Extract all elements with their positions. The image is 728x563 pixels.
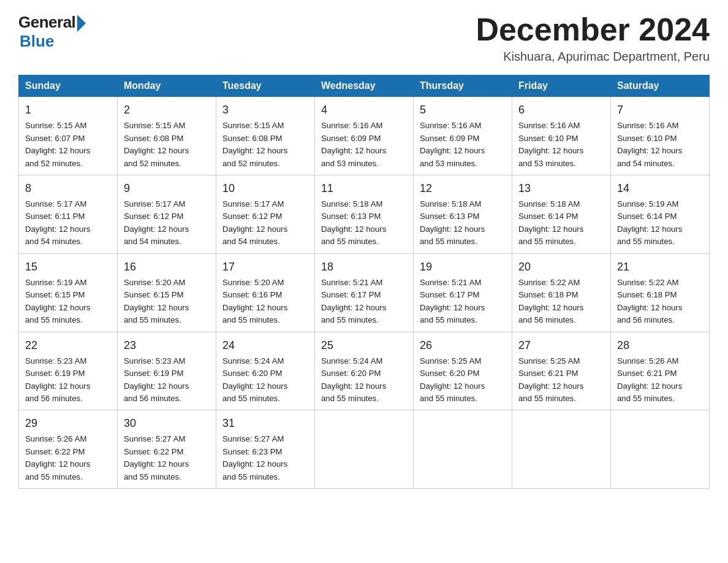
header-tuesday: Tuesday [216,75,315,97]
day-info: Sunrise: 5:15 AM Sunset: 6:08 PM Dayligh… [222,120,308,170]
table-row: 11 Sunrise: 5:18 AM Sunset: 6:13 PM Dayl… [315,175,414,254]
table-row: 3 Sunrise: 5:15 AM Sunset: 6:08 PM Dayli… [216,97,315,175]
header-thursday: Thursday [414,75,512,97]
day-info: Sunrise: 5:17 AM Sunset: 6:11 PM Dayligh… [25,198,111,248]
table-row: 31 Sunrise: 5:27 AM Sunset: 6:23 PM Dayl… [216,410,315,489]
day-number: 3 [222,102,308,118]
day-info: Sunrise: 5:26 AM Sunset: 6:21 PM Dayligh… [617,355,703,405]
day-number: 26 [420,337,506,354]
day-info: Sunrise: 5:22 AM Sunset: 6:18 PM Dayligh… [518,277,604,327]
day-info: Sunrise: 5:23 AM Sunset: 6:19 PM Dayligh… [25,355,111,405]
table-row: 10 Sunrise: 5:17 AM Sunset: 6:12 PM Dayl… [216,175,315,254]
header-wednesday: Wednesday [315,75,414,97]
day-info: Sunrise: 5:16 AM Sunset: 6:10 PM Dayligh… [617,120,703,170]
page-subtitle: Kishuara, Apurimac Department, Peru [476,50,710,64]
day-number: 23 [124,337,210,354]
table-row: 8 Sunrise: 5:17 AM Sunset: 6:11 PM Dayli… [19,175,118,254]
day-number: 7 [617,102,703,118]
header-friday: Friday [512,75,611,97]
table-row: 22 Sunrise: 5:23 AM Sunset: 6:19 PM Dayl… [19,332,118,410]
table-row: 20 Sunrise: 5:22 AM Sunset: 6:18 PM Dayl… [512,253,611,332]
table-row: 15 Sunrise: 5:19 AM Sunset: 6:15 PM Dayl… [19,253,118,332]
day-number: 2 [124,102,210,118]
table-row: 19 Sunrise: 5:21 AM Sunset: 6:17 PM Dayl… [414,253,512,332]
day-number: 19 [420,259,506,275]
day-number: 10 [222,180,308,197]
header-sunday: Sunday [19,75,118,97]
day-number: 22 [25,337,111,354]
day-number: 27 [518,337,604,354]
day-number: 18 [321,259,407,275]
table-row: 21 Sunrise: 5:22 AM Sunset: 6:18 PM Dayl… [611,253,710,332]
table-row: 24 Sunrise: 5:24 AM Sunset: 6:20 PM Dayl… [216,332,315,410]
calendar-week-row: 15 Sunrise: 5:19 AM Sunset: 6:15 PM Dayl… [19,253,710,332]
day-info: Sunrise: 5:22 AM Sunset: 6:18 PM Dayligh… [617,277,703,327]
day-info: Sunrise: 5:16 AM Sunset: 6:09 PM Dayligh… [420,120,506,170]
day-info: Sunrise: 5:20 AM Sunset: 6:16 PM Dayligh… [222,277,308,327]
table-row: 2 Sunrise: 5:15 AM Sunset: 6:08 PM Dayli… [118,97,216,175]
day-number: 24 [222,337,308,354]
day-number: 20 [518,259,604,275]
day-info: Sunrise: 5:18 AM Sunset: 6:13 PM Dayligh… [420,198,506,248]
day-info: Sunrise: 5:15 AM Sunset: 6:08 PM Dayligh… [124,120,210,170]
table-row: 27 Sunrise: 5:25 AM Sunset: 6:21 PM Dayl… [512,332,611,410]
day-info: Sunrise: 5:21 AM Sunset: 6:17 PM Dayligh… [420,277,506,327]
day-number: 14 [617,180,703,197]
table-row: 29 Sunrise: 5:26 AM Sunset: 6:22 PM Dayl… [19,410,118,489]
table-row: 6 Sunrise: 5:16 AM Sunset: 6:10 PM Dayli… [512,97,611,175]
day-number: 21 [617,259,703,275]
table-row: 4 Sunrise: 5:16 AM Sunset: 6:09 PM Dayli… [315,97,414,175]
calendar-week-row: 22 Sunrise: 5:23 AM Sunset: 6:19 PM Dayl… [19,332,710,410]
day-number: 29 [25,415,111,432]
day-number: 6 [518,102,604,118]
day-info: Sunrise: 5:21 AM Sunset: 6:17 PM Dayligh… [321,277,407,327]
table-row: 13 Sunrise: 5:18 AM Sunset: 6:14 PM Dayl… [512,175,611,254]
day-number: 17 [222,259,308,275]
day-info: Sunrise: 5:25 AM Sunset: 6:21 PM Dayligh… [518,355,604,405]
table-row: 12 Sunrise: 5:18 AM Sunset: 6:13 PM Dayl… [414,175,512,254]
day-number: 31 [222,415,308,432]
table-row [512,410,611,489]
table-row: 25 Sunrise: 5:24 AM Sunset: 6:20 PM Dayl… [315,332,414,410]
page-header: General Blue December 2024 Kishuara, Apu… [18,12,710,64]
logo-general-text: General [18,13,75,32]
day-info: Sunrise: 5:27 AM Sunset: 6:22 PM Dayligh… [124,433,210,483]
table-row: 9 Sunrise: 5:17 AM Sunset: 6:12 PM Dayli… [118,175,216,254]
table-row [315,410,414,489]
logo: General Blue [18,12,86,51]
day-info: Sunrise: 5:19 AM Sunset: 6:15 PM Dayligh… [25,277,111,327]
day-info: Sunrise: 5:24 AM Sunset: 6:20 PM Dayligh… [222,355,308,405]
day-info: Sunrise: 5:24 AM Sunset: 6:20 PM Dayligh… [321,355,407,405]
day-number: 30 [124,415,210,432]
page-title: December 2024 [476,12,710,47]
day-number: 11 [321,180,407,197]
logo-triangle-icon [77,15,86,32]
day-number: 12 [420,180,506,197]
day-number: 15 [25,259,111,275]
day-number: 25 [321,337,407,354]
day-info: Sunrise: 5:26 AM Sunset: 6:22 PM Dayligh… [25,433,111,483]
day-info: Sunrise: 5:15 AM Sunset: 6:07 PM Dayligh… [25,120,111,170]
day-info: Sunrise: 5:16 AM Sunset: 6:09 PM Dayligh… [321,120,407,170]
day-number: 8 [25,180,111,197]
table-row: 17 Sunrise: 5:20 AM Sunset: 6:16 PM Dayl… [216,253,315,332]
table-row: 7 Sunrise: 5:16 AM Sunset: 6:10 PM Dayli… [611,97,710,175]
day-number: 13 [518,180,604,197]
day-number: 16 [124,259,210,275]
table-row: 5 Sunrise: 5:16 AM Sunset: 6:09 PM Dayli… [414,97,512,175]
day-info: Sunrise: 5:25 AM Sunset: 6:20 PM Dayligh… [420,355,506,405]
calendar-week-row: 1 Sunrise: 5:15 AM Sunset: 6:07 PM Dayli… [19,97,710,175]
logo-blue-text: Blue [20,32,54,51]
day-info: Sunrise: 5:27 AM Sunset: 6:23 PM Dayligh… [222,433,308,483]
table-row: 30 Sunrise: 5:27 AM Sunset: 6:22 PM Dayl… [118,410,216,489]
header-monday: Monday [118,75,216,97]
day-info: Sunrise: 5:17 AM Sunset: 6:12 PM Dayligh… [124,198,210,248]
calendar-table: Sunday Monday Tuesday Wednesday Thursday… [18,75,710,489]
day-info: Sunrise: 5:18 AM Sunset: 6:13 PM Dayligh… [321,198,407,248]
table-row: 1 Sunrise: 5:15 AM Sunset: 6:07 PM Dayli… [19,97,118,175]
title-block: December 2024 Kishuara, Apurimac Departm… [476,12,710,64]
calendar-week-row: 29 Sunrise: 5:26 AM Sunset: 6:22 PM Dayl… [19,410,710,489]
day-info: Sunrise: 5:20 AM Sunset: 6:15 PM Dayligh… [124,277,210,327]
table-row: 16 Sunrise: 5:20 AM Sunset: 6:15 PM Dayl… [118,253,216,332]
day-info: Sunrise: 5:23 AM Sunset: 6:19 PM Dayligh… [124,355,210,405]
